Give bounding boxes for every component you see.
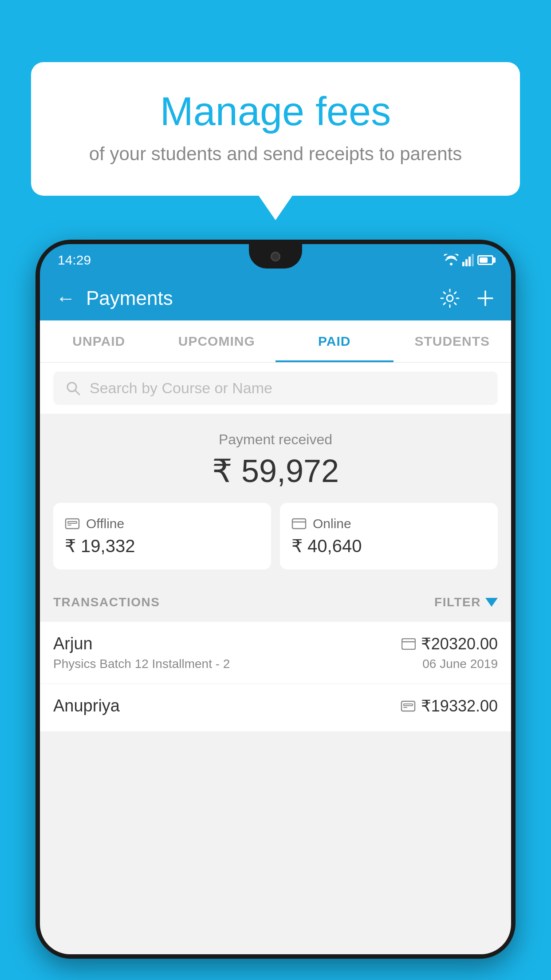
phone-notch bbox=[249, 244, 302, 269]
back-button[interactable]: ← bbox=[56, 287, 75, 309]
transactions-header: TRANSACTIONS FILTER bbox=[40, 583, 511, 622]
app-header: ← Payments bbox=[40, 276, 511, 320]
transaction-date: 06 June 2019 bbox=[422, 657, 498, 671]
transaction-amount-wrapper: ₹20320.00 bbox=[401, 635, 498, 653]
payment-total-amount: ₹ 59,972 bbox=[53, 452, 498, 490]
transaction-amount: ₹20320.00 bbox=[421, 635, 498, 653]
search-bar[interactable]: Search by Course or Name bbox=[53, 371, 498, 405]
status-bar: 14:29 bbox=[40, 244, 511, 276]
online-icon bbox=[291, 518, 307, 530]
tab-upcoming[interactable]: UPCOMING bbox=[158, 320, 276, 362]
phone-screen-inner: 14:29 bbox=[40, 244, 511, 954]
search-icon bbox=[66, 381, 81, 396]
status-icons bbox=[444, 254, 493, 266]
payment-received-label: Payment received bbox=[53, 431, 498, 448]
offline-icon bbox=[65, 517, 80, 530]
transaction-course: Physics Batch 12 Installment - 2 bbox=[53, 657, 230, 671]
svg-rect-11 bbox=[68, 522, 77, 523]
battery-icon bbox=[477, 255, 493, 265]
online-label: Online bbox=[313, 516, 351, 531]
speech-bubble-subtitle: of your students and send receipts to pa… bbox=[62, 143, 489, 165]
svg-point-0 bbox=[450, 263, 453, 265]
transaction-row[interactable]: Anupriya ₹19332.00 bbox=[40, 684, 511, 732]
tab-unpaid[interactable]: UNPAID bbox=[40, 320, 158, 362]
tabs-bar: UNPAID UPCOMING PAID STUDENTS bbox=[40, 320, 511, 363]
online-transaction-icon bbox=[401, 638, 416, 650]
settings-icon[interactable] bbox=[440, 288, 460, 308]
offline-amount: ₹ 19,332 bbox=[65, 536, 260, 556]
tab-paid[interactable]: PAID bbox=[276, 320, 394, 362]
transaction-name: Arjun bbox=[53, 634, 93, 653]
svg-rect-15 bbox=[402, 639, 415, 649]
transactions-label: TRANSACTIONS bbox=[53, 595, 160, 609]
wifi-icon bbox=[444, 254, 459, 266]
svg-rect-2 bbox=[465, 259, 468, 266]
search-placeholder: Search by Course or Name bbox=[90, 379, 272, 397]
phone-frame: 14:29 bbox=[35, 240, 516, 959]
svg-point-5 bbox=[447, 295, 453, 301]
svg-rect-13 bbox=[292, 519, 306, 529]
transaction-amount: ₹19332.00 bbox=[421, 697, 498, 715]
payment-cards: Offline ₹ 19,332 Online bbox=[53, 503, 498, 569]
header-icons bbox=[440, 288, 495, 308]
svg-rect-18 bbox=[404, 704, 413, 706]
svg-rect-1 bbox=[462, 262, 464, 266]
filter-button[interactable]: FILTER bbox=[434, 595, 498, 609]
search-bar-container: Search by Course or Name bbox=[40, 363, 511, 414]
svg-rect-3 bbox=[468, 257, 471, 266]
phone-screen: Search by Course or Name Payment receive… bbox=[40, 363, 511, 954]
online-amount: ₹ 40,640 bbox=[291, 536, 486, 556]
camera bbox=[271, 252, 280, 261]
offline-payment-card: Offline ₹ 19,332 bbox=[53, 503, 271, 569]
svg-line-9 bbox=[75, 390, 79, 395]
phone-container: 14:29 bbox=[35, 240, 516, 980]
transaction-name: Anupriya bbox=[53, 696, 120, 715]
offline-transaction-icon bbox=[401, 699, 416, 713]
offline-label: Offline bbox=[86, 516, 124, 531]
signal-icon bbox=[462, 254, 474, 266]
status-time: 14:29 bbox=[58, 253, 91, 268]
svg-rect-4 bbox=[472, 254, 474, 266]
transaction-row[interactable]: Arjun ₹20320.00 Physics Batch 12 Install… bbox=[40, 622, 511, 684]
filter-triangle-icon bbox=[485, 598, 498, 607]
speech-bubble-title: Manage fees bbox=[62, 89, 489, 134]
payment-received-section: Payment received ₹ 59,972 Offl bbox=[40, 414, 511, 583]
online-payment-card: Online ₹ 40,640 bbox=[280, 503, 498, 569]
tab-students[interactable]: STUDENTS bbox=[394, 320, 512, 362]
transaction-amount-wrapper: ₹19332.00 bbox=[401, 697, 498, 715]
add-icon[interactable] bbox=[476, 288, 495, 308]
app-title: Payments bbox=[86, 287, 440, 309]
speech-bubble: Manage fees of your students and send re… bbox=[31, 62, 520, 196]
